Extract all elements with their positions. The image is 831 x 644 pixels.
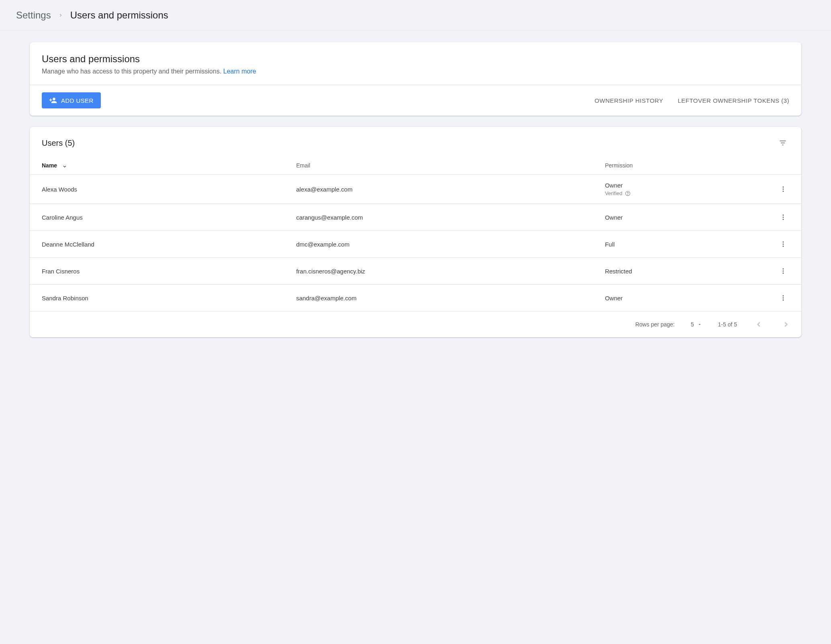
verified-badge: Verified xyxy=(605,190,753,196)
column-header-email[interactable]: Email xyxy=(284,154,593,175)
cell-permission: OwnerVerified xyxy=(593,175,765,204)
svg-point-7 xyxy=(783,219,784,220)
add-user-button[interactable]: ADD USER xyxy=(42,92,101,108)
svg-point-9 xyxy=(783,244,784,245)
svg-point-14 xyxy=(783,296,784,297)
cell-email: dmc@example.com xyxy=(284,231,593,258)
pager-range: 1-5 of 5 xyxy=(718,321,737,328)
svg-point-15 xyxy=(783,298,784,299)
table-title: Users (5) xyxy=(42,139,75,148)
row-actions-button[interactable] xyxy=(777,265,789,277)
table-row: Alexa Woodsalexa@example.comOwnerVerifie… xyxy=(30,175,801,204)
svg-point-6 xyxy=(783,217,784,218)
cell-email: fran.cisneros@agency.biz xyxy=(284,258,593,285)
cell-permission: Restricted xyxy=(593,258,765,285)
person-add-icon xyxy=(49,96,57,104)
cell-email: carangus@example.com xyxy=(284,204,593,231)
rows-per-page-select[interactable]: 5 xyxy=(691,321,702,328)
svg-point-1 xyxy=(627,194,628,195)
breadcrumb: Settings Users and permissions xyxy=(0,0,831,31)
pager-prev-button[interactable] xyxy=(753,319,764,330)
leftover-tokens-link[interactable]: LEFTOVER OWNERSHIP TOKENS (3) xyxy=(678,97,789,104)
column-header-permission[interactable]: Permission xyxy=(593,154,765,175)
table-row: Caroline Anguscarangus@example.comOwner xyxy=(30,204,801,231)
svg-point-5 xyxy=(783,215,784,216)
more-vert-icon xyxy=(780,240,787,248)
table-pager: Rows per page: 5 1-5 of 5 xyxy=(30,312,801,337)
ownership-history-link[interactable]: OWNERSHIP HISTORY xyxy=(594,97,663,104)
filter-icon xyxy=(779,139,787,147)
cell-permission: Full xyxy=(593,231,765,258)
svg-point-8 xyxy=(783,242,784,243)
pager-next-button[interactable] xyxy=(780,319,792,330)
table-row: Sandra Robinsonsandra@example.comOwner xyxy=(30,285,801,312)
page-title: Users and permissions xyxy=(42,53,789,65)
svg-point-16 xyxy=(783,300,784,301)
filter-button[interactable] xyxy=(776,137,789,149)
cell-permission: Owner xyxy=(593,204,765,231)
svg-point-3 xyxy=(783,189,784,190)
svg-point-10 xyxy=(783,246,784,247)
users-table: Name Email Permission Alexa Woodsalexa@e… xyxy=(30,154,801,312)
column-header-name[interactable]: Name xyxy=(30,154,284,175)
svg-point-4 xyxy=(783,191,784,192)
more-vert-icon xyxy=(780,185,787,193)
svg-point-11 xyxy=(783,269,784,270)
chevron-right-icon xyxy=(782,320,790,328)
chevron-right-icon xyxy=(58,13,63,18)
breadcrumb-current: Users and permissions xyxy=(70,10,168,21)
chevron-left-icon xyxy=(755,320,763,328)
cell-name: Alexa Woods xyxy=(30,175,284,204)
page-subtitle: Manage who has access to this property a… xyxy=(42,68,789,75)
cell-email: alexa@example.com xyxy=(284,175,593,204)
cell-email: sandra@example.com xyxy=(284,285,593,312)
help-icon[interactable] xyxy=(625,191,631,196)
intro-card: Users and permissions Manage who has acc… xyxy=(30,42,801,116)
table-row: Deanne McClellanddmc@example.comFull xyxy=(30,231,801,258)
cell-permission: Owner xyxy=(593,285,765,312)
cell-name: Sandra Robinson xyxy=(30,285,284,312)
rows-per-page-label: Rows per page: xyxy=(635,321,675,328)
cell-name: Caroline Angus xyxy=(30,204,284,231)
learn-more-link[interactable]: Learn more xyxy=(223,68,256,75)
breadcrumb-root[interactable]: Settings xyxy=(16,10,51,21)
users-table-card: Users (5) Name Email Permission xyxy=(30,127,801,337)
arrow-down-icon xyxy=(62,162,67,169)
svg-point-12 xyxy=(783,271,784,272)
more-vert-icon xyxy=(780,294,787,302)
row-actions-button[interactable] xyxy=(777,211,789,223)
svg-point-13 xyxy=(783,273,784,274)
more-vert-icon xyxy=(780,267,787,275)
cell-name: Fran Cisneros xyxy=(30,258,284,285)
table-row: Fran Cisnerosfran.cisneros@agency.bizRes… xyxy=(30,258,801,285)
more-vert-icon xyxy=(780,214,787,221)
row-actions-button[interactable] xyxy=(777,238,789,250)
dropdown-icon xyxy=(697,322,702,327)
cell-name: Deanne McClelland xyxy=(30,231,284,258)
row-actions-button[interactable] xyxy=(777,292,789,304)
svg-point-2 xyxy=(783,187,784,188)
row-actions-button[interactable] xyxy=(777,183,789,195)
